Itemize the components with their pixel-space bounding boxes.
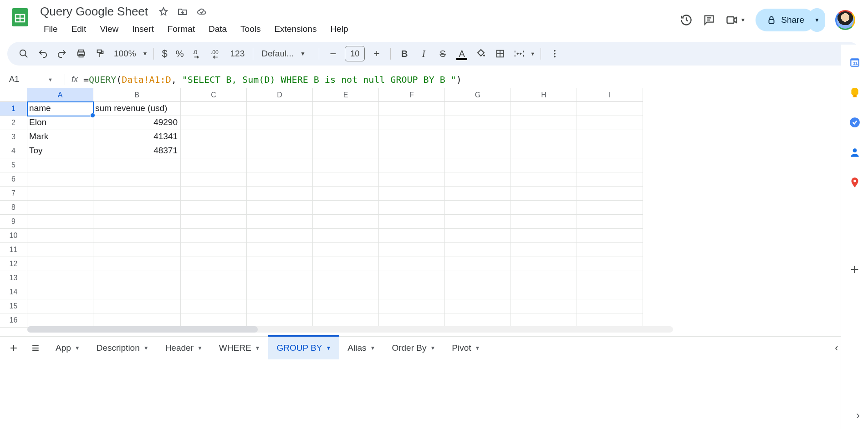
- cell-D13[interactable]: [247, 271, 313, 285]
- chevron-down-icon[interactable]: ▼: [370, 345, 376, 351]
- menu-insert[interactable]: Insert: [127, 22, 159, 36]
- decrease-decimal-icon[interactable]: .0: [189, 45, 206, 62]
- cell-H12[interactable]: [511, 257, 577, 271]
- menu-help[interactable]: Help: [325, 22, 353, 36]
- cell-G14[interactable]: [445, 285, 511, 299]
- borders-icon[interactable]: [492, 45, 508, 62]
- cell-H9[interactable]: [511, 215, 577, 229]
- cell-H6[interactable]: [511, 172, 577, 187]
- menu-extensions[interactable]: Extensions: [269, 22, 322, 36]
- expand-side-panel-icon[interactable]: ›: [856, 409, 860, 422]
- cell-A9[interactable]: [27, 215, 93, 229]
- cell-F4[interactable]: [379, 144, 445, 158]
- cell-C7[interactable]: [181, 187, 247, 201]
- cell-F9[interactable]: [379, 215, 445, 229]
- cell-H1[interactable]: [511, 102, 577, 116]
- cell-E12[interactable]: [313, 257, 379, 271]
- cell-I10[interactable]: [577, 229, 643, 243]
- cell-C15[interactable]: [181, 299, 247, 313]
- row-header-8[interactable]: 8: [0, 201, 27, 215]
- row-header-1[interactable]: 1: [0, 102, 27, 116]
- cell-F2[interactable]: [379, 116, 445, 130]
- cell-G7[interactable]: [445, 187, 511, 201]
- italic-icon[interactable]: I: [415, 45, 432, 62]
- cell-B3[interactable]: 41341: [93, 130, 181, 144]
- row-header-2[interactable]: 2: [0, 116, 27, 130]
- cell-A2[interactable]: Elon: [27, 116, 93, 130]
- menu-file[interactable]: File: [38, 22, 63, 36]
- cell-D7[interactable]: [247, 187, 313, 201]
- cell-E9[interactable]: [313, 215, 379, 229]
- cell-E14[interactable]: [313, 285, 379, 299]
- row-header-7[interactable]: 7: [0, 187, 27, 201]
- cell-A16[interactable]: [27, 313, 93, 328]
- cell-C8[interactable]: [181, 201, 247, 215]
- menu-edit[interactable]: Edit: [66, 22, 92, 36]
- cell-B13[interactable]: [93, 271, 181, 285]
- cell-D6[interactable]: [247, 172, 313, 187]
- cell-G3[interactable]: [445, 130, 511, 144]
- format-currency[interactable]: $: [159, 48, 170, 60]
- row-header-14[interactable]: 14: [0, 285, 27, 299]
- cell-G4[interactable]: [445, 144, 511, 158]
- cell-D14[interactable]: [247, 285, 313, 299]
- col-header-C[interactable]: C: [181, 88, 247, 102]
- col-header-E[interactable]: E: [313, 88, 379, 102]
- cell-B4[interactable]: 48371: [93, 144, 181, 158]
- font-select[interactable]: Defaul...: [259, 49, 296, 59]
- menu-data[interactable]: Data: [203, 22, 232, 36]
- cell-G16[interactable]: [445, 313, 511, 328]
- cell-C1[interactable]: [181, 102, 247, 116]
- cell-I12[interactable]: [577, 257, 643, 271]
- row-header-5[interactable]: 5: [0, 158, 27, 172]
- cell-C4[interactable]: [181, 144, 247, 158]
- row-header-11[interactable]: 11: [0, 243, 27, 257]
- cell-E1[interactable]: [313, 102, 379, 116]
- cell-A6[interactable]: [27, 172, 93, 187]
- cell-I4[interactable]: [577, 144, 643, 158]
- cell-H16[interactable]: [511, 313, 577, 328]
- cell-B7[interactable]: [93, 187, 181, 201]
- row-header-3[interactable]: 3: [0, 130, 27, 144]
- more-icon[interactable]: [546, 45, 563, 62]
- move-folder-icon[interactable]: [177, 6, 188, 17]
- paint-format-icon[interactable]: [92, 45, 108, 62]
- cell-A5[interactable]: [27, 158, 93, 172]
- cell-D11[interactable]: [247, 243, 313, 257]
- horizontal-scrollbar[interactable]: [27, 326, 673, 333]
- cell-F11[interactable]: [379, 243, 445, 257]
- cell-D5[interactable]: [247, 158, 313, 172]
- cell-E8[interactable]: [313, 201, 379, 215]
- row-header-6[interactable]: 6: [0, 172, 27, 187]
- sheet-tab-description[interactable]: Description▼: [88, 337, 157, 359]
- spreadsheet-grid[interactable]: A B C D E F G H I 1namesum revenue (usd)…: [0, 88, 868, 336]
- all-sheets-button[interactable]: ≡: [26, 338, 46, 358]
- cell-A8[interactable]: [27, 201, 93, 215]
- cell-E3[interactable]: [313, 130, 379, 144]
- cell-E4[interactable]: [313, 144, 379, 158]
- cell-B14[interactable]: [93, 285, 181, 299]
- cell-G8[interactable]: [445, 201, 511, 215]
- sheet-tab-group-by[interactable]: GROUP BY▼: [268, 337, 339, 359]
- increase-decimal-icon[interactable]: .00: [209, 45, 225, 62]
- col-header-G[interactable]: G: [445, 88, 511, 102]
- cloud-status-icon[interactable]: [196, 6, 207, 17]
- cell-H2[interactable]: [511, 116, 577, 130]
- bold-icon[interactable]: B: [396, 45, 413, 62]
- cell-D2[interactable]: [247, 116, 313, 130]
- cell-E2[interactable]: [313, 116, 379, 130]
- add-sheet-button[interactable]: +: [4, 338, 24, 358]
- cell-F5[interactable]: [379, 158, 445, 172]
- cell-G10[interactable]: [445, 229, 511, 243]
- col-header-B[interactable]: B: [93, 88, 181, 102]
- cell-G5[interactable]: [445, 158, 511, 172]
- zoom-select[interactable]: 100%: [111, 49, 139, 59]
- strikethrough-icon[interactable]: S: [434, 45, 451, 62]
- chevron-down-icon[interactable]: ▼: [326, 345, 331, 351]
- star-icon[interactable]: [158, 6, 169, 17]
- cell-A11[interactable]: [27, 243, 93, 257]
- name-box[interactable]: A1 ▼: [4, 75, 58, 84]
- cell-B15[interactable]: [93, 299, 181, 313]
- cell-B9[interactable]: [93, 215, 181, 229]
- search-menus-icon[interactable]: [15, 45, 32, 62]
